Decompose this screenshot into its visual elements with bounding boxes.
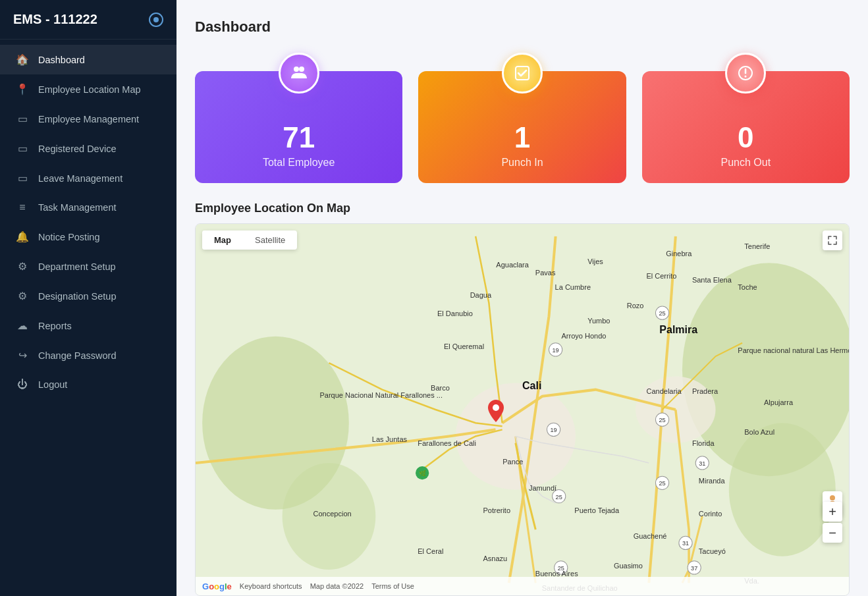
tab-map[interactable]: Map bbox=[202, 230, 243, 250]
sidebar-label-leave-management: Leave Management bbox=[38, 173, 122, 184]
punch-out-label: Punch Out bbox=[721, 157, 771, 169]
sidebar-item-employee-location-map[interactable]: 📍Employee Location Map bbox=[0, 74, 176, 104]
sidebar-label-registered-device: Registered Device bbox=[38, 144, 116, 154]
map-background: 19 25 19 25 25 25 31 31 37 25 bbox=[196, 224, 849, 595]
svg-text:37: 37 bbox=[691, 565, 697, 572]
svg-point-34 bbox=[493, 404, 499, 411]
svg-point-0 bbox=[294, 67, 299, 72]
map-data-label: Map data ©2022 bbox=[310, 582, 364, 590]
terms-link[interactable]: Terms of Use bbox=[371, 582, 414, 590]
sidebar-item-logout[interactable]: ⏻Logout bbox=[0, 370, 176, 399]
designation-setup-icon: ⚙ bbox=[16, 290, 29, 302]
sidebar-item-notice-posting[interactable]: 🔔Notice Posting bbox=[0, 222, 176, 252]
main-content: Dashboard 71Total Employee1Punch In0Punc… bbox=[176, 0, 868, 596]
svg-point-9 bbox=[283, 463, 376, 570]
keyboard-shortcuts-link[interactable]: Keyboard shortcuts bbox=[240, 582, 302, 590]
svg-point-35 bbox=[830, 495, 835, 501]
svg-point-4 bbox=[745, 76, 747, 78]
sidebar-dot bbox=[149, 13, 163, 27]
punch-in-label: Punch In bbox=[501, 157, 543, 169]
svg-text:19: 19 bbox=[553, 347, 559, 354]
sidebar: EMS - 111222 🏠Dashboard📍Employee Locatio… bbox=[0, 0, 176, 596]
change-password-icon: ↪ bbox=[16, 349, 29, 362]
svg-text:25: 25 bbox=[659, 480, 666, 487]
sidebar-item-leave-management[interactable]: ▭Leave Management bbox=[0, 163, 176, 193]
google-logo: Google bbox=[202, 582, 232, 591]
sidebar-label-employee-location-map: Employee Location Map bbox=[38, 84, 141, 95]
sidebar-label-notice-posting: Notice Posting bbox=[38, 232, 100, 242]
sidebar-label-change-password: Change Password bbox=[38, 350, 117, 361]
page-title: Dashboard bbox=[195, 18, 850, 36]
svg-text:25: 25 bbox=[558, 565, 564, 572]
sidebar-label-department-setup: Department Setup bbox=[38, 261, 116, 272]
map-bottom-bar: Google Keyboard shortcuts Map data ©2022… bbox=[196, 577, 849, 595]
sidebar-header: EMS - 111222 bbox=[0, 0, 176, 40]
svg-point-10 bbox=[456, 383, 576, 490]
sidebar-label-designation-setup: Designation Setup bbox=[38, 291, 117, 302]
svg-point-8 bbox=[729, 423, 836, 556]
sidebar-dot-inner bbox=[153, 17, 159, 22]
sidebar-item-change-password[interactable]: ↪Change Password bbox=[0, 340, 176, 370]
sidebar-item-department-setup[interactable]: ⚙Department Setup bbox=[0, 252, 176, 281]
registered-device-icon: ▭ bbox=[16, 142, 29, 155]
sidebar-label-dashboard: Dashboard bbox=[38, 55, 85, 65]
sidebar-item-dashboard[interactable]: 🏠Dashboard bbox=[0, 45, 176, 74]
employee-location-map-icon: 📍 bbox=[16, 83, 29, 95]
map-container: Map Satellite bbox=[195, 223, 850, 596]
map-tabs: Map Satellite bbox=[202, 230, 297, 250]
punch-out-value: 0 bbox=[738, 121, 753, 154]
notice-posting-icon: 🔔 bbox=[16, 230, 29, 243]
dashboard-icon: 🏠 bbox=[16, 53, 29, 66]
map-pin bbox=[488, 400, 504, 425]
svg-text:19: 19 bbox=[551, 427, 557, 433]
svg-text:🌿: 🌿 bbox=[419, 470, 427, 477]
stat-card-punch-in: 1Punch In bbox=[418, 71, 626, 183]
total-employee-label: Total Employee bbox=[263, 157, 335, 169]
sidebar-label-logout: Logout bbox=[38, 379, 67, 390]
employee-management-icon: ▭ bbox=[16, 113, 29, 125]
app-title: EMS - 111222 bbox=[13, 12, 149, 27]
total-employee-value: 71 bbox=[283, 121, 315, 154]
leave-management-icon: ▭ bbox=[16, 172, 29, 184]
map-section-title: Employee Location On Map bbox=[195, 202, 850, 215]
department-setup-icon: ⚙ bbox=[16, 260, 29, 273]
sidebar-item-task-management[interactable]: ≡Task Management bbox=[0, 193, 176, 222]
stat-card-punch-out: 0Punch Out bbox=[642, 71, 850, 183]
reports-icon: ☁ bbox=[16, 319, 29, 332]
task-management-icon: ≡ bbox=[16, 202, 29, 213]
punch-in-icon bbox=[502, 53, 543, 94]
stat-card-total-employee: 71Total Employee bbox=[195, 71, 402, 183]
svg-text:25: 25 bbox=[659, 310, 666, 317]
sidebar-item-registered-device[interactable]: ▭Registered Device bbox=[0, 134, 176, 163]
punch-in-value: 1 bbox=[514, 121, 530, 154]
map-zoom-controls: + − bbox=[823, 502, 842, 543]
sidebar-label-reports: Reports bbox=[38, 321, 72, 331]
map-fullscreen-button[interactable] bbox=[823, 230, 842, 250]
logout-icon: ⏻ bbox=[16, 379, 29, 391]
sidebar-item-reports[interactable]: ☁Reports bbox=[0, 311, 176, 340]
zoom-in-button[interactable]: + bbox=[823, 502, 842, 522]
svg-text:31: 31 bbox=[682, 540, 689, 547]
zoom-out-button[interactable]: − bbox=[823, 523, 842, 543]
svg-text:31: 31 bbox=[699, 460, 705, 467]
sidebar-item-employee-management[interactable]: ▭Employee Management bbox=[0, 104, 176, 134]
sidebar-label-task-management: Task Management bbox=[38, 202, 116, 213]
total-employee-icon bbox=[279, 53, 319, 94]
sidebar-label-employee-management: Employee Management bbox=[38, 114, 139, 124]
sidebar-item-designation-setup[interactable]: ⚙Designation Setup bbox=[0, 281, 176, 311]
stats-row: 71Total Employee1Punch In0Punch Out bbox=[195, 71, 850, 183]
svg-point-1 bbox=[299, 67, 304, 72]
map-svg: 19 25 19 25 25 25 31 31 37 25 bbox=[196, 224, 849, 595]
svg-text:25: 25 bbox=[659, 417, 666, 423]
tab-satellite[interactable]: Satellite bbox=[243, 230, 297, 250]
svg-text:25: 25 bbox=[556, 494, 562, 501]
punch-out-icon bbox=[725, 53, 766, 94]
nav-list: 🏠Dashboard📍Employee Location Map▭Employe… bbox=[0, 45, 176, 596]
